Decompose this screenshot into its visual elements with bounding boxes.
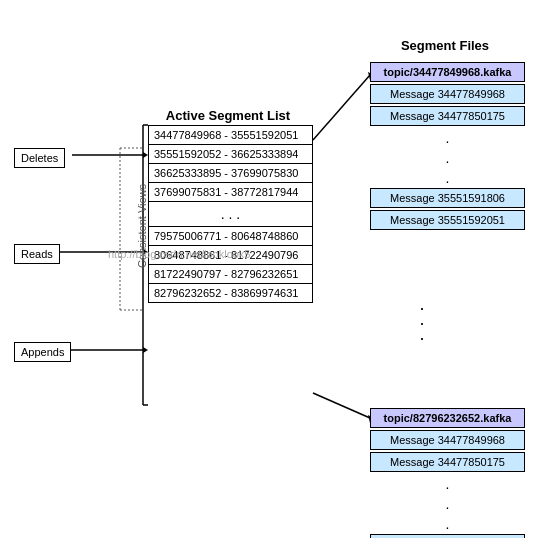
svg-text:.: . [419, 309, 424, 329]
segment-row: 79575006771 - 80648748860 [149, 227, 312, 246]
sf-top-message-2: Message 34477850175 [370, 106, 525, 126]
svg-text:.: . [419, 324, 424, 344]
segment-files-title: Segment Files [370, 38, 520, 53]
sf-top-dots: . [370, 128, 525, 148]
sf-bottom-file-label: topic/82796232652.kafka [370, 408, 525, 428]
diagram: . . . Segment Files Active Segment List … [0, 0, 538, 538]
svg-line-12 [313, 75, 370, 140]
sf-bottom-dots: . [370, 494, 525, 514]
sf-top-message-1: Message 34477849968 [370, 84, 525, 104]
deletes-label: Deletes [14, 148, 65, 168]
sf-top-dots: . [370, 168, 525, 188]
sf-bottom-dots: . [370, 474, 525, 494]
segment-row: 35551592052 - 36625333894 [149, 145, 312, 164]
svg-text:.: . [419, 294, 424, 314]
reads-label: Reads [14, 244, 60, 264]
segment-file-top: topic/34477849968.kafka Message 34477849… [370, 62, 525, 232]
segment-row-dots: . . . [149, 202, 312, 227]
appends-label: Appends [14, 342, 71, 362]
active-segment-list-title: Active Segment List [148, 108, 308, 123]
segment-row: 82796232652 - 83869974631 [149, 284, 312, 302]
sf-bottom-message-3: Message 35551591806 [370, 534, 525, 538]
segment-file-bottom: topic/82796232652.kafka Message 34477849… [370, 408, 525, 538]
segment-row: 37699075831 - 38772817944 [149, 183, 312, 202]
svg-marker-11 [143, 347, 148, 353]
segment-row: 34477849968 - 35551592051 [149, 126, 312, 145]
active-segment-list: 34477849968 - 35551592051 35551592052 - … [148, 125, 313, 303]
sf-top-message-4: Message 35551592051 [370, 210, 525, 230]
sf-bottom-message-1: Message 34477849968 [370, 430, 525, 450]
sf-top-message-3: Message 35551591806 [370, 188, 525, 208]
segment-row: 36625333895 - 37699075830 [149, 164, 312, 183]
svg-line-14 [313, 393, 370, 418]
sf-top-dots: . [370, 148, 525, 168]
watermark: http://blog.csdn.net/looklook5 [108, 248, 250, 260]
sf-bottom-message-2: Message 34477850175 [370, 452, 525, 472]
sf-bottom-dots: . [370, 514, 525, 534]
segment-row: 81722490797 - 82796232651 [149, 265, 312, 284]
sf-top-file-label: topic/34477849968.kafka [370, 62, 525, 82]
